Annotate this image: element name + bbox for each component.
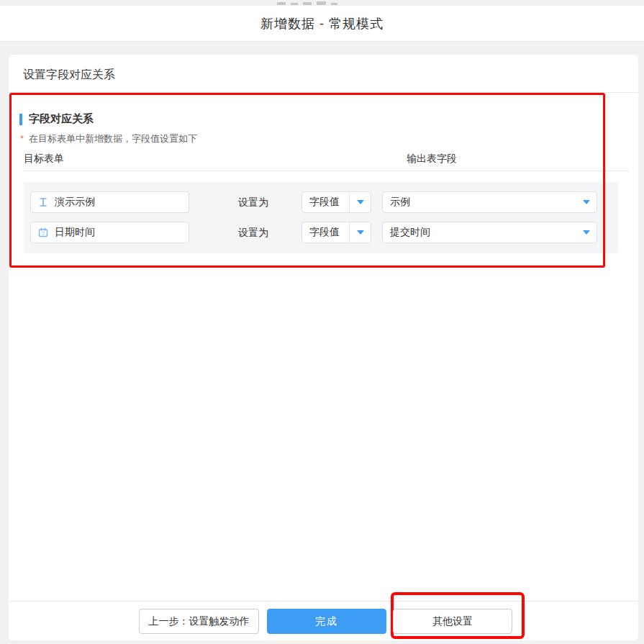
output-field-dropdown[interactable]: 示例	[382, 191, 597, 213]
caret-down-icon[interactable]	[357, 200, 364, 204]
accent-bar	[19, 114, 22, 125]
mapping-row: 演示示例 设置为 字段值 示例	[24, 191, 618, 213]
caret-down-icon[interactable]	[357, 230, 364, 235]
mapping-block-title: 字段对应关系	[29, 112, 94, 126]
caret-down-icon[interactable]	[583, 230, 590, 235]
target-field-box: 演示示例	[30, 191, 189, 213]
clipped-background-text	[277, 1, 363, 5]
value-mode-dropdown[interactable]: 字段值	[301, 222, 371, 243]
other-settings-button[interactable]: 其他设置	[393, 609, 512, 634]
output-field-selected: 提交时间	[383, 226, 576, 239]
step-section-title: 设置字段对应关系	[23, 68, 115, 83]
dialog-title: 新增数据 - 常规模式	[260, 15, 384, 32]
svg-text:7: 7	[42, 231, 45, 236]
value-mode-selected: 字段值	[302, 196, 349, 209]
footer-divider	[9, 601, 638, 602]
set-as-label: 设置为	[238, 196, 268, 209]
output-field-selected: 示例	[383, 196, 576, 209]
columns-divider	[23, 171, 629, 171]
set-as-label: 设置为	[238, 227, 268, 240]
dropdown-caret-zone[interactable]	[350, 230, 371, 235]
mapping-block-header: 字段对应关系	[19, 112, 94, 126]
caret-down-icon[interactable]	[583, 200, 590, 204]
target-field-box: 7 日期时间	[30, 222, 189, 243]
calendar-icon: 7	[38, 227, 48, 237]
text-field-icon	[38, 197, 48, 207]
value-mode-dropdown[interactable]: 字段值	[301, 191, 371, 213]
mapping-row: 7 日期时间 设置为 字段值 提交时间	[24, 222, 618, 243]
section-divider	[9, 92, 638, 93]
finish-button[interactable]: 完成	[267, 609, 386, 634]
column-header-output-field: 输出表字段	[407, 153, 457, 165]
dialog-header: 新增数据 - 常规模式	[0, 6, 644, 42]
previous-step-button[interactable]: 上一步：设置触发动作	[139, 609, 259, 634]
mapping-note: *在目标表单中新增数据，字段值设置如下	[20, 132, 197, 145]
main-panel: 设置字段对应关系 字段对应关系 *在目标表单中新增数据，字段值设置如下 目标表单…	[9, 55, 638, 640]
dropdown-caret-zone[interactable]	[576, 230, 597, 235]
target-field-label: 演示示例	[55, 196, 95, 209]
mapping-rows-container: 演示示例 设置为 字段值 示例 7 日期时间	[24, 182, 618, 253]
value-mode-selected: 字段值	[302, 226, 349, 239]
target-field-label: 日期时间	[55, 226, 95, 239]
required-asterisk: *	[20, 133, 24, 144]
column-header-target-form: 目标表单	[24, 153, 64, 165]
dropdown-caret-zone[interactable]	[576, 200, 597, 204]
output-field-dropdown[interactable]: 提交时间	[382, 222, 597, 243]
mapping-note-text: 在目标表单中新增数据，字段值设置如下	[29, 133, 197, 144]
dropdown-caret-zone[interactable]	[350, 200, 371, 204]
